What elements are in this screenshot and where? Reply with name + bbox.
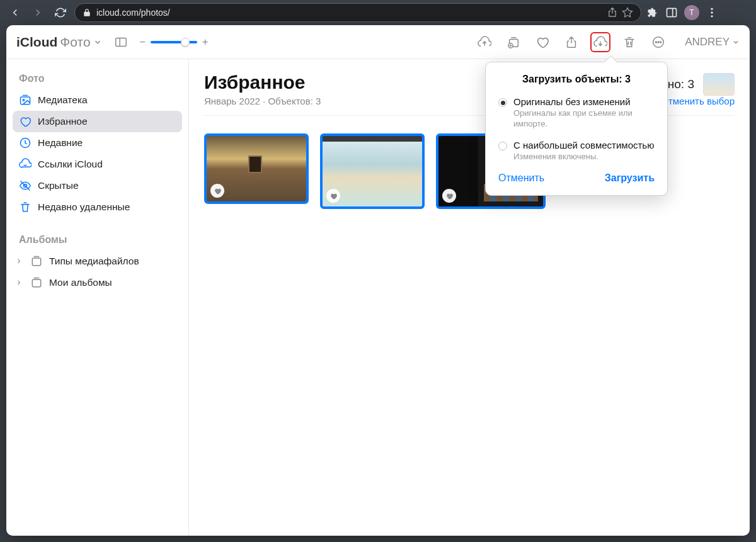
download-option-compatible[interactable]: С наибольшей совместимостью Изменения вк… xyxy=(498,140,655,162)
app-title[interactable]: iCloud Фото xyxy=(16,35,102,50)
svg-rect-0 xyxy=(667,8,677,16)
sidebar-item-recently-deleted[interactable]: Недавно удаленные xyxy=(13,196,182,218)
sidebar-item-recents[interactable]: Недавние xyxy=(13,132,182,154)
svg-rect-13 xyxy=(21,97,30,104)
svg-point-12 xyxy=(660,42,662,43)
icloud-photos-app: iCloud Фото − + ANDREY Фото Медиатека xyxy=(6,25,750,536)
share-icon[interactable] xyxy=(607,7,618,18)
svg-point-11 xyxy=(658,42,659,43)
svg-point-10 xyxy=(656,42,657,43)
selection-preview-thumb xyxy=(703,73,735,96)
photo-thumbnail[interactable] xyxy=(320,133,425,209)
share-button[interactable] xyxy=(561,32,581,52)
svg-rect-5 xyxy=(115,38,126,46)
favorite-button[interactable] xyxy=(532,32,553,52)
cloud-link-icon xyxy=(19,158,32,171)
sidebar-item-library[interactable]: Медиатека xyxy=(13,89,182,111)
url-text: icloud.com/photos/ xyxy=(96,8,602,18)
browser-chrome: icloud.com/photos/ T xyxy=(0,0,756,25)
popover-confirm-button[interactable]: Загрузить xyxy=(605,172,655,184)
sidebar-item-icloud-links[interactable]: Ссылки iCloud xyxy=(13,154,182,175)
svg-rect-18 xyxy=(32,258,40,266)
photo-thumbnail[interactable] xyxy=(204,133,309,204)
popover-cancel-button[interactable]: Отменить xyxy=(498,172,544,184)
download-option-originals[interactable]: Оригиналы без изменений Оригиналы как пр… xyxy=(498,96,655,130)
profile-avatar[interactable]: T xyxy=(684,5,699,20)
favorite-badge-icon xyxy=(210,184,224,198)
trash-icon xyxy=(19,201,32,213)
favorite-badge-icon xyxy=(326,189,340,203)
chevron-down-icon xyxy=(732,38,740,46)
svg-point-4 xyxy=(711,15,713,17)
eye-off-icon xyxy=(19,179,32,192)
download-button[interactable] xyxy=(590,32,610,52)
clock-icon xyxy=(19,137,32,149)
album-icon xyxy=(30,276,43,289)
panel-icon[interactable] xyxy=(665,6,678,19)
sidebar-toggle-button[interactable] xyxy=(111,32,131,52)
svg-point-14 xyxy=(23,99,25,101)
reload-button[interactable] xyxy=(52,4,69,21)
svg-rect-19 xyxy=(32,279,40,287)
radio-icon xyxy=(498,98,507,107)
favorite-badge-icon xyxy=(442,189,456,203)
back-button[interactable] xyxy=(6,4,24,21)
radio-icon xyxy=(498,142,507,150)
extensions-icon[interactable] xyxy=(646,6,659,19)
delete-button[interactable] xyxy=(619,32,639,52)
svg-point-3 xyxy=(711,11,713,13)
menu-icon[interactable] xyxy=(706,6,718,19)
album-icon xyxy=(30,255,43,268)
sidebar: Фото Медиатека Избранное Недавние Ссылки… xyxy=(6,59,189,536)
chevron-right-icon xyxy=(15,257,23,265)
popover-title: Загрузить объекты: 3 xyxy=(498,74,655,85)
cancel-selection-button[interactable]: Отменить выбор xyxy=(661,96,735,106)
app-toolbar: iCloud Фото − + ANDREY xyxy=(6,25,750,59)
sidebar-item-my-albums[interactable]: Мои альбомы xyxy=(13,272,182,293)
svg-point-2 xyxy=(711,8,713,10)
user-menu[interactable]: ANDREY xyxy=(685,36,740,48)
zoom-slider[interactable]: − + xyxy=(140,37,209,48)
sidebar-item-favorites[interactable]: Избранное xyxy=(13,111,182,132)
add-to-album-button[interactable] xyxy=(503,32,524,52)
star-icon[interactable] xyxy=(622,7,633,18)
download-popover: Загрузить объекты: 3 Оригиналы без измен… xyxy=(485,62,668,196)
photos-icon xyxy=(19,94,32,106)
more-button[interactable] xyxy=(648,32,668,52)
sidebar-section-photos: Фото xyxy=(13,68,182,89)
upload-button[interactable] xyxy=(474,32,495,52)
sidebar-item-media-types[interactable]: Типы медиафайлов xyxy=(13,251,182,272)
sidebar-item-hidden[interactable]: Скрытые xyxy=(13,175,182,196)
chevron-down-icon xyxy=(93,38,102,47)
lock-icon xyxy=(83,8,91,17)
heart-icon xyxy=(19,115,32,128)
forward-button[interactable] xyxy=(29,4,47,21)
address-bar[interactable]: icloud.com/photos/ xyxy=(74,3,641,22)
sidebar-section-albums: Альбомы xyxy=(13,229,182,251)
chevron-right-icon xyxy=(15,279,23,286)
